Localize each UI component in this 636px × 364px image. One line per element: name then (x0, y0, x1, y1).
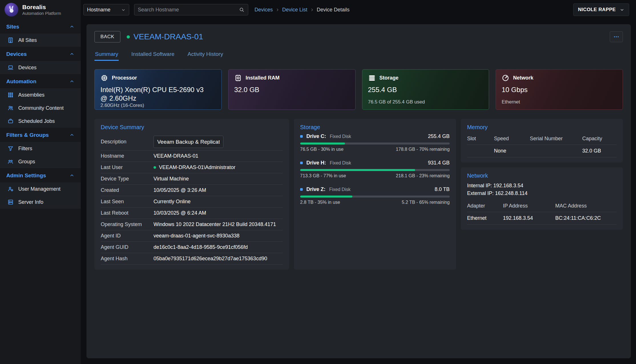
network-panel: Network Internal IP: 192.168.3.54 Extern… (461, 167, 623, 230)
right-column: Memory SlotSpeedSerial NumberCapacity No… (461, 119, 623, 230)
main-area: Hostname DevicesDevice ListDevice Detail… (81, 0, 636, 364)
sidebar-item-label: Assemblies (18, 92, 45, 98)
drive-remaining-text: 218.1 GB - 23% remaining (396, 173, 450, 178)
drive-type: Fixed Disk (330, 134, 351, 139)
summary-row: HostnameVEEAM-DRAAS-01 (101, 151, 283, 162)
hostname-filter-select[interactable]: Hostname (83, 4, 129, 15)
brand-name: Borealis (22, 4, 61, 11)
summary-row-label: Agent GUID (101, 244, 154, 250)
summary-row: Last UserVEEAM-DRAAS-01\Administrator (101, 162, 283, 173)
sidebar-item-assemblies[interactable]: Assemblies (0, 88, 81, 101)
chevron-down-icon (620, 7, 624, 12)
device-tabs: SummaryInstalled SoftwareActivity Histor… (94, 48, 623, 61)
sidebar-item-server-info[interactable]: Server Info (0, 196, 81, 209)
description-input[interactable] (154, 136, 223, 148)
tab-activity-history[interactable]: Activity History (187, 48, 224, 61)
stat-card-value: 10 Gbps (502, 86, 613, 94)
summary-row-label: Last User (101, 164, 154, 170)
sidebar-item-devices[interactable]: Devices (0, 61, 81, 74)
stat-card-processor: ProcessorIntel(R) Xeon(R) CPU E5-2690 v3… (94, 69, 222, 110)
external-ip-line: External IP: 162.248.8.114 (467, 190, 617, 197)
sidebar-nav: SitesAll SitesDevicesDevicesAutomationAs… (0, 19, 81, 209)
ram-icon (234, 74, 242, 82)
people-icon (7, 105, 14, 111)
memory-row: None32.0 GB (467, 145, 617, 157)
summary-row: Last Reboot10/03/2025 @ 6:24 AM (101, 208, 283, 219)
storage-panel: Storage Drive C:Fixed Disk255.4 GB76.5 G… (294, 119, 456, 270)
drive-remaining-text: 178.8 GB - 70% remaining (396, 147, 450, 152)
summary-row-value: veeam-draas-01-agent-svc-8930a338 (154, 233, 239, 239)
internal-ip-line: Internal IP: 192.168.3.54 (467, 182, 617, 190)
sidebar-item-label: Community Content (18, 105, 64, 111)
topbar: Hostname DevicesDevice ListDevice Detail… (81, 0, 636, 19)
sidebar-section-sites[interactable]: Sites (0, 19, 81, 34)
more-actions-button[interactable] (610, 31, 623, 42)
internal-ip-label: Internal IP: (467, 183, 492, 188)
search-box (134, 4, 248, 15)
stat-card-value: 32.0 GB (234, 86, 346, 94)
summary-row-label: Last Reboot (101, 210, 154, 216)
memory-cell: None (494, 145, 530, 157)
summary-row: Operating SystemWindows 10 2022 Datacent… (101, 219, 283, 230)
sidebar-item-all-sites[interactable]: All Sites (0, 34, 81, 47)
sidebar-item-scheduled-jobs[interactable]: Scheduled Jobs (0, 115, 81, 128)
chevron-right-icon (310, 8, 314, 12)
summary-row: Agent GUIDde16c0c1-8aa2-4d18-9585-9ce91c… (101, 242, 283, 253)
summary-row-label: Hostname (101, 153, 154, 159)
stat-card-footer: 2.60GHz (16-Cores) (100, 103, 216, 107)
breadcrumb-devices[interactable]: Devices (255, 7, 273, 13)
device-title-wrap: VEEAM-DRAAS-01 (127, 32, 203, 41)
sidebar-section-label: Devices (6, 51, 27, 57)
stat-cards-row: ProcessorIntel(R) Xeon(R) CPU E5-2690 v3… (94, 69, 623, 110)
stat-card-value: Intel(R) Xeon(R) CPU E5-2690 v3 @ 2.60GH… (100, 86, 212, 103)
stat-card-value: 255.4 GB (368, 86, 480, 94)
search-input[interactable] (138, 7, 239, 13)
sidebar-item-label: All Sites (18, 37, 37, 43)
chevron-up-icon (69, 173, 74, 178)
rabbit-logo-icon (7, 5, 16, 15)
sidebar-section-filters-groups[interactable]: Filters & Groups (0, 128, 81, 142)
search-icon (239, 7, 245, 13)
brand-area: Borealis Automation Platform (0, 0, 81, 19)
drive-bullet-icon (300, 135, 303, 138)
sidebar-section-automation[interactable]: Automation (0, 74, 81, 88)
drive-usage-fill (300, 143, 345, 145)
network-cell: Ethernet (467, 212, 503, 224)
building-icon (7, 37, 14, 43)
tab-installed-software[interactable]: Installed Software (131, 48, 175, 61)
network-col-mac-address: MAC Address (555, 201, 617, 212)
drive-name: Drive Z: (306, 186, 326, 192)
laptop-icon (7, 64, 14, 71)
chevron-up-icon (69, 24, 74, 29)
drive-type: Fixed Disk (330, 160, 351, 166)
summary-row-value: Windows 10 2022 Datacenter 21H2 Build 20… (154, 221, 276, 227)
sidebar-item-community-content[interactable]: Community Content (0, 101, 81, 115)
stat-card-label: Storage (379, 75, 399, 81)
summary-row-value: VEEAM-DRAAS-01 (154, 153, 198, 159)
grid-icon (7, 92, 14, 98)
breadcrumb-device-list[interactable]: Device List (282, 7, 307, 13)
app-root: Borealis Automation Platform SitesAll Si… (0, 0, 636, 364)
stat-card-footer (234, 100, 350, 105)
network-panel-title: Network (467, 172, 617, 179)
online-dot (154, 166, 156, 169)
sidebar-item-label: Filters (18, 146, 32, 152)
sidebar: Borealis Automation Platform SitesAll Si… (0, 0, 81, 364)
tab-summary[interactable]: Summary (94, 48, 119, 61)
drive-used-text: 76.5 GB - 30% in use (300, 147, 344, 152)
memory-cell (467, 145, 494, 157)
processor-icon (100, 74, 108, 82)
sidebar-section-admin-settings[interactable]: Admin Settings (0, 168, 81, 182)
back-button[interactable]: BACK (94, 31, 120, 42)
external-ip-label: External IP: (467, 190, 494, 196)
network-ip-lines: Internal IP: 192.168.3.54 External IP: 1… (467, 182, 617, 197)
sidebar-item-user-management[interactable]: User Management (0, 182, 81, 196)
drive-list: Drive C:Fixed Disk255.4 GB76.5 GB - 30% … (300, 133, 450, 205)
chevron-down-icon (121, 8, 126, 12)
network-table-body: Ethernet192.168.3.54BC:24:11:CA:C6:2C (467, 212, 617, 225)
sidebar-section-devices[interactable]: Devices (0, 47, 81, 61)
sidebar-item-groups[interactable]: Groups (0, 155, 81, 168)
drive-name: Drive H: (306, 160, 326, 166)
sidebar-item-filters[interactable]: Filters (0, 142, 81, 155)
user-menu-button[interactable]: NICOLE RAPPE (573, 3, 629, 16)
